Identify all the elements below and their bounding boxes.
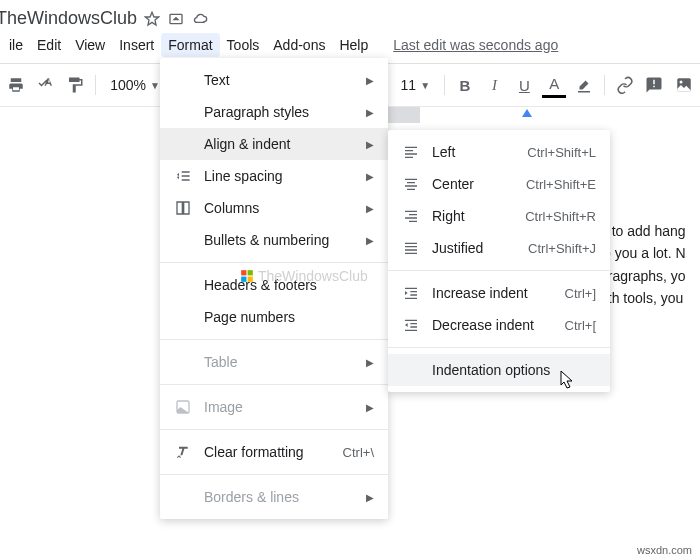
line-spacing-icon (172, 167, 194, 185)
separator (604, 75, 605, 95)
chevron-right-icon: ▶ (366, 402, 374, 413)
increase-indent-icon (400, 284, 422, 302)
divider (160, 384, 388, 385)
align-justified-icon (400, 239, 422, 257)
print-icon[interactable] (4, 72, 28, 98)
format-image: Image ▶ (160, 391, 388, 423)
divider (160, 339, 388, 340)
image-icon (172, 398, 194, 416)
clear-formatting-icon (172, 443, 194, 461)
align-left-icon (400, 143, 422, 161)
format-bullets[interactable]: Bullets & numbering ▶ (160, 224, 388, 256)
decrease-indent-icon (400, 316, 422, 334)
svg-rect-7 (248, 277, 253, 282)
menu-view[interactable]: View (68, 33, 112, 57)
watermark: TheWindowsClub (240, 268, 368, 284)
separator (95, 75, 96, 95)
menu-addons[interactable]: Add-ons (266, 33, 332, 57)
divider (388, 347, 610, 348)
menu-help[interactable]: Help (332, 33, 375, 57)
chevron-down-icon: ▼ (420, 80, 430, 91)
align-center[interactable]: Center Ctrl+Shift+E (388, 168, 610, 200)
last-edit-link[interactable]: Last edit was seconds ago (393, 37, 558, 53)
format-paragraph[interactable]: Paragraph styles ▶ (160, 96, 388, 128)
format-borders: Borders & lines ▶ (160, 481, 388, 513)
align-right[interactable]: Right Ctrl+Shift+R (388, 200, 610, 232)
image-icon[interactable] (672, 72, 696, 98)
italic-button[interactable]: I (483, 72, 507, 98)
align-justified[interactable]: Justified Ctrl+Shift+J (388, 232, 610, 264)
text-color-button[interactable]: A (542, 72, 566, 98)
star-icon[interactable] (143, 10, 161, 28)
format-line-spacing[interactable]: Line spacing ▶ (160, 160, 388, 192)
separator (444, 75, 445, 95)
chevron-down-icon: ▼ (150, 80, 160, 91)
zoom-value: 100% (110, 77, 146, 93)
move-icon[interactable] (167, 10, 185, 28)
cloud-icon[interactable] (191, 10, 209, 28)
blank-icon (172, 353, 194, 371)
svg-rect-5 (248, 270, 253, 275)
align-left[interactable]: Left Ctrl+Shift+L (388, 136, 610, 168)
divider (160, 474, 388, 475)
svg-rect-6 (241, 277, 246, 282)
font-size-selector[interactable]: 11 ▼ (395, 77, 436, 93)
underline-button[interactable]: U (512, 72, 536, 98)
comment-icon[interactable] (642, 72, 666, 98)
chevron-right-icon: ▶ (366, 171, 374, 182)
bold-button[interactable]: B (453, 72, 477, 98)
menu-insert[interactable]: Insert (112, 33, 161, 57)
doc-title[interactable]: TheWindowsClub (0, 8, 137, 29)
blank-icon (172, 103, 194, 121)
menu-tools[interactable]: Tools (220, 33, 267, 57)
document-text[interactable]: g to add hang lp you a lot. N aragraphs,… (600, 220, 700, 310)
indent-marker-icon[interactable] (522, 109, 532, 117)
align-right-icon (400, 207, 422, 225)
divider (388, 270, 610, 271)
chevron-right-icon: ▶ (366, 139, 374, 150)
svg-rect-4 (241, 270, 246, 275)
decrease-indent[interactable]: Decrease indent Ctrl+[ (388, 309, 610, 341)
menu-edit[interactable]: Edit (30, 33, 68, 57)
blank-icon (172, 71, 194, 89)
chevron-right-icon: ▶ (366, 203, 374, 214)
chevron-right-icon: ▶ (366, 107, 374, 118)
zoom-selector[interactable]: 100% ▼ (104, 77, 166, 93)
format-align-indent[interactable]: Align & indent ▶ (160, 128, 388, 160)
format-page-numbers[interactable]: Page numbers (160, 301, 388, 333)
footer-credit: wsxdn.com (637, 544, 692, 556)
format-text[interactable]: Text ▶ (160, 64, 388, 96)
indentation-options[interactable]: Indentation options (388, 354, 610, 386)
blank-icon (172, 276, 194, 294)
link-icon[interactable] (613, 72, 637, 98)
chevron-right-icon: ▶ (366, 357, 374, 368)
divider (160, 262, 388, 263)
blank-icon (172, 135, 194, 153)
chevron-right-icon: ▶ (366, 75, 374, 86)
blank-icon (172, 308, 194, 326)
paint-format-icon[interactable] (64, 72, 88, 98)
cursor-icon (558, 370, 576, 395)
menu-format[interactable]: Format (161, 33, 219, 57)
spellcheck-icon[interactable] (34, 72, 58, 98)
highlight-icon[interactable] (572, 72, 596, 98)
align-center-icon (400, 175, 422, 193)
align-submenu: Left Ctrl+Shift+L Center Ctrl+Shift+E Ri… (388, 130, 610, 392)
svg-point-2 (680, 81, 683, 84)
font-size-value: 11 (401, 77, 417, 93)
format-columns[interactable]: Columns ▶ (160, 192, 388, 224)
chevron-right-icon: ▶ (366, 492, 374, 503)
increase-indent[interactable]: Increase indent Ctrl+] (388, 277, 610, 309)
menu-file[interactable]: ile (2, 33, 30, 57)
blank-icon (172, 488, 194, 506)
format-table: Table ▶ (160, 346, 388, 378)
format-clear[interactable]: Clear formatting Ctrl+\ (160, 436, 388, 468)
blank-icon (172, 231, 194, 249)
chevron-right-icon: ▶ (366, 235, 374, 246)
blank-icon (400, 361, 422, 379)
format-dropdown: Text ▶ Paragraph styles ▶ Align & indent… (160, 58, 388, 519)
columns-icon (172, 199, 194, 217)
divider (160, 429, 388, 430)
